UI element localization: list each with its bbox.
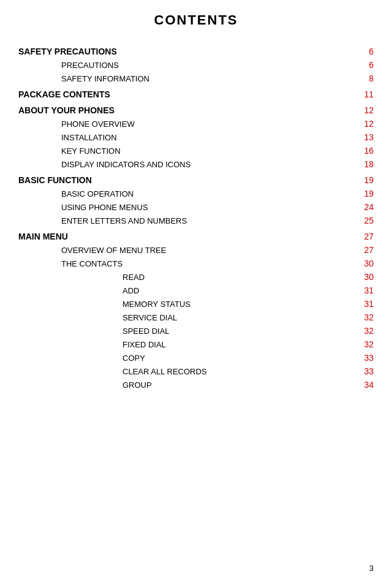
toc-label: MAIN MENU	[18, 232, 355, 241]
toc-label: ADD	[18, 286, 355, 295]
toc-page-number: 27	[355, 232, 374, 241]
toc-label: INSTALLATION	[18, 133, 355, 142]
toc-page-number: 33	[355, 353, 374, 363]
toc-entry: MAIN MENU27	[18, 232, 374, 241]
toc-label: BASIC FUNCTION	[18, 175, 355, 185]
toc-label: COPY	[18, 353, 355, 363]
toc-label: SAFETY INFORMATION	[18, 74, 355, 83]
toc-entry: ABOUT YOUR PHONES12	[18, 105, 374, 115]
toc-entry: PRECAUTIONS6	[18, 60, 374, 70]
toc-entry: SAFETY PRECAUTIONS6	[18, 47, 374, 56]
page-container: CONTENTS SAFETY PRECAUTIONS6PRECAUTIONS6…	[0, 0, 392, 582]
toc-entry: DISPLAY INDICATORS AND ICONS18	[18, 159, 374, 169]
toc-label: FIXED DIAL	[18, 340, 355, 349]
toc-entry: SERVICE DIAL32	[18, 312, 374, 322]
toc-page-number: 8	[355, 74, 374, 83]
toc-page-number: 31	[355, 285, 374, 295]
toc-page-number: 19	[355, 189, 374, 198]
toc-entry: BASIC OPERATION19	[18, 189, 374, 198]
toc-page-number: 27	[355, 245, 374, 255]
toc-page-number: 34	[355, 380, 374, 390]
toc-label: ENTER LETTERS AND NUMBERS	[18, 216, 355, 225]
toc-page-number: 32	[355, 326, 374, 336]
toc-entry: COPY33	[18, 353, 374, 363]
toc-page-number: 6	[355, 60, 374, 70]
toc-page-number: 32	[355, 339, 374, 349]
toc-entry: PACKAGE CONTENTS11	[18, 89, 374, 99]
toc-entry: ENTER LETTERS AND NUMBERS25	[18, 216, 374, 225]
toc-label: USING PHONE MENUS	[18, 203, 355, 212]
toc-label: READ	[18, 273, 355, 282]
toc-label: SAFETY PRECAUTIONS	[18, 47, 355, 56]
toc-page-number: 6	[355, 47, 374, 56]
toc-page-number: 32	[355, 312, 374, 322]
toc-label: PACKAGE CONTENTS	[18, 89, 355, 99]
toc-entry: MEMORY STATUS31	[18, 299, 374, 309]
toc-entry: READ30	[18, 272, 374, 282]
toc-label: BASIC OPERATION	[18, 189, 355, 198]
page-number: 3	[369, 564, 374, 573]
toc-page-number: 31	[355, 299, 374, 309]
toc-label: KEY FUNCTION	[18, 146, 355, 156]
toc-page-number: 13	[355, 132, 374, 142]
toc-entry: ADD31	[18, 285, 374, 295]
toc-label: PHONE OVERVIEW	[18, 119, 355, 129]
toc-entry: PHONE OVERVIEW12	[18, 119, 374, 129]
toc-page-number: 18	[355, 159, 374, 169]
toc-entry: USING PHONE MENUS24	[18, 202, 374, 212]
toc-label: OVERVIEW OF MENU TREE	[18, 246, 355, 255]
toc-entry: KEY FUNCTION16	[18, 146, 374, 156]
toc-entry: INSTALLATION13	[18, 132, 374, 142]
toc-page-number: 12	[355, 105, 374, 115]
toc-page-number: 19	[355, 175, 374, 185]
toc-entry: THE CONTACTS30	[18, 259, 374, 268]
toc-page-number: 12	[355, 119, 374, 129]
toc-label: ABOUT YOUR PHONES	[18, 105, 355, 115]
toc-label: PRECAUTIONS	[18, 61, 355, 70]
toc-page-number: 16	[355, 146, 374, 156]
page-title: CONTENTS	[18, 12, 374, 28]
toc-page-number: 11	[355, 89, 374, 99]
toc-page-number: 30	[355, 272, 374, 282]
toc-entry: SPEED DIAL32	[18, 326, 374, 336]
toc-entry: SAFETY INFORMATION8	[18, 74, 374, 83]
toc-label: SERVICE DIAL	[18, 313, 355, 322]
toc-label: GROUP	[18, 380, 355, 390]
toc-page-number: 30	[355, 259, 374, 268]
toc-label: CLEAR ALL RECORDS	[18, 367, 355, 376]
toc-label: THE CONTACTS	[18, 259, 355, 268]
toc-entry: BASIC FUNCTION19	[18, 175, 374, 185]
toc-entry: CLEAR ALL RECORDS33	[18, 366, 374, 376]
toc-entry: OVERVIEW OF MENU TREE27	[18, 245, 374, 255]
toc-label: SPEED DIAL	[18, 327, 355, 336]
table-of-contents: SAFETY PRECAUTIONS6PRECAUTIONS6SAFETY IN…	[18, 47, 374, 390]
toc-entry: GROUP34	[18, 380, 374, 390]
toc-label: DISPLAY INDICATORS AND ICONS	[18, 160, 355, 169]
toc-entry: FIXED DIAL32	[18, 339, 374, 349]
toc-page-number: 33	[355, 366, 374, 376]
toc-label: MEMORY STATUS	[18, 300, 355, 309]
toc-page-number: 24	[355, 202, 374, 212]
toc-page-number: 25	[355, 216, 374, 225]
